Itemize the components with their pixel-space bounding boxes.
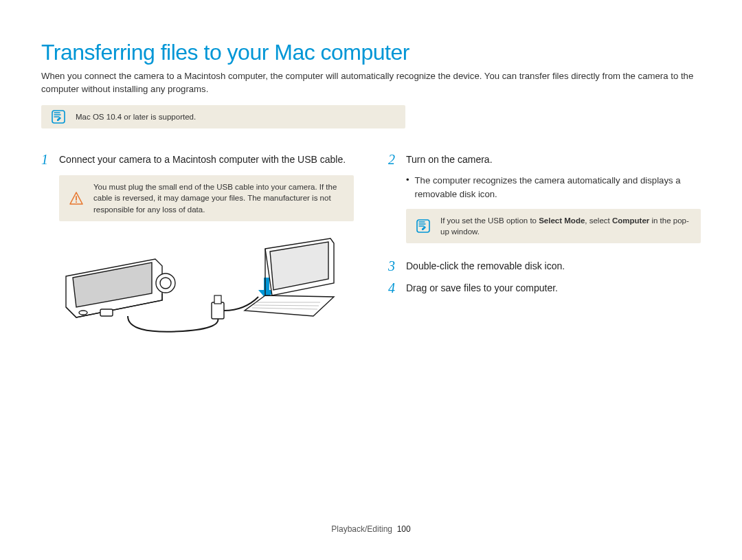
warning-text: You must plug the small end of the USB c… [93, 183, 337, 213]
connection-illustration [59, 235, 341, 338]
svg-rect-7 [212, 302, 224, 319]
page-footer: Playback/Editing 100 [0, 524, 742, 534]
step-text: Turn on the camera. [406, 152, 493, 167]
step-number: 2 [388, 152, 399, 167]
svg-rect-8 [214, 295, 221, 304]
step-text: Double-click the removable disk icon. [406, 258, 565, 273]
top-note-box: Mac OS 10.4 or later is supported. [41, 105, 405, 128]
step-2-bullet: • The computer recognizes the camera aut… [406, 174, 701, 200]
content-columns: 1 Connect your camera to a Macintosh com… [41, 152, 701, 337]
page-title: Transferring files to your Mac computer [41, 40, 701, 65]
svg-point-6 [79, 311, 87, 315]
warning-box: You must plug the small end of the USB c… [59, 175, 354, 221]
svg-point-4 [160, 278, 171, 289]
step-1: 1 Connect your camera to a Macintosh com… [41, 152, 354, 167]
info-prefix: If you set the USB option to [440, 216, 539, 225]
bullet-text: The computer recognizes the camera autom… [415, 174, 701, 200]
note-icon [416, 219, 431, 234]
right-column: 2 Turn on the camera. • The computer rec… [388, 152, 701, 337]
step-4: 4 Drag or save files to your computer. [388, 280, 701, 295]
info-text: If you set the USB option to Select Mode… [440, 216, 689, 236]
warning-icon [69, 191, 84, 206]
info-bold-1: Select Mode [539, 216, 585, 225]
step-text: Drag or save files to your computer. [406, 280, 558, 295]
svg-point-2 [76, 201, 77, 202]
info-bold-2: Computer [612, 216, 649, 225]
step-number: 1 [41, 152, 52, 167]
step-number: 4 [388, 280, 399, 295]
info-box: If you set the USB option to Select Mode… [406, 209, 701, 243]
svg-rect-5 [100, 309, 113, 316]
step-text: Connect your camera to a Macintosh compu… [59, 152, 346, 167]
footer-page-number: 100 [397, 524, 411, 534]
top-note-text: Mac OS 10.4 or later is supported. [76, 113, 196, 121]
step-3: 3 Double-click the removable disk icon. [388, 258, 701, 273]
info-mid: , select [585, 216, 612, 225]
note-icon [51, 109, 66, 124]
left-column: 1 Connect your camera to a Macintosh com… [41, 152, 354, 337]
bullet-dot: • [406, 174, 409, 200]
intro-text: When you connect the camera to a Macinto… [41, 69, 701, 96]
footer-section: Playback/Editing [331, 524, 392, 534]
step-number: 3 [388, 258, 399, 273]
step-2: 2 Turn on the camera. [388, 152, 701, 167]
